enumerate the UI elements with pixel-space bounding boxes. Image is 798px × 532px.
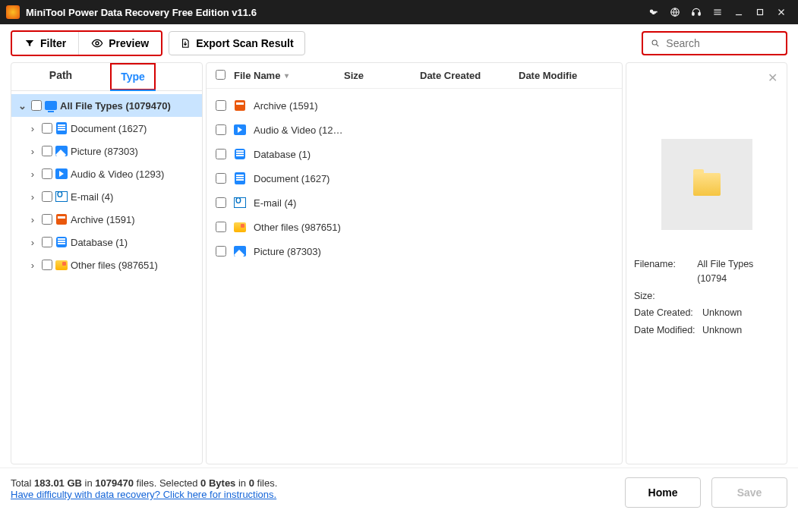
monitor-icon bbox=[45, 99, 57, 112]
chevron-right-icon[interactable]: › bbox=[27, 146, 39, 157]
search-box[interactable] bbox=[642, 31, 787, 55]
tree-checkbox[interactable] bbox=[42, 123, 52, 134]
save-button[interactable]: Save bbox=[711, 477, 787, 508]
tree-item[interactable]: ›Archive (1591) bbox=[11, 208, 202, 231]
col-created[interactable]: Date Created bbox=[420, 70, 519, 81]
list-item[interactable]: Picture (87303) bbox=[207, 239, 622, 263]
preview-button[interactable]: Preview bbox=[78, 32, 161, 55]
row-label: Other files (987651) bbox=[254, 222, 341, 233]
row-checkbox[interactable] bbox=[216, 124, 226, 135]
row-label: Archive (1591) bbox=[254, 100, 318, 112]
tree-checkbox[interactable] bbox=[42, 168, 52, 179]
tree-item[interactable]: ›Audio & Video (1293) bbox=[11, 162, 202, 185]
details-meta: Filename:All File Types (10794 Size: Dat… bbox=[634, 257, 779, 338]
pic-icon bbox=[234, 245, 246, 257]
av-icon bbox=[55, 168, 68, 180]
row-checkbox[interactable] bbox=[216, 197, 226, 208]
col-size[interactable]: Size bbox=[344, 70, 420, 81]
select-all-checkbox[interactable] bbox=[216, 70, 226, 80]
tree-item[interactable]: ›Other files (987651) bbox=[11, 253, 202, 276]
row-checkbox[interactable] bbox=[216, 222, 226, 232]
root-checkbox[interactable] bbox=[31, 100, 42, 111]
meta-filename-key: Filename: bbox=[634, 257, 697, 286]
tab-path[interactable]: Path bbox=[11, 63, 110, 90]
list-item[interactable]: Database (1) bbox=[207, 142, 622, 166]
toolbar: Filter Preview Export Scan Result bbox=[0, 24, 798, 62]
svg-rect-3 bbox=[758, 10, 763, 15]
tree-item[interactable]: ›Document (1627) bbox=[11, 117, 202, 140]
tree-item[interactable]: ›Database (1) bbox=[11, 231, 202, 253]
tree-item-label: E-mail (4) bbox=[71, 191, 113, 203]
tree-item[interactable]: ›Picture (87303) bbox=[11, 140, 202, 162]
chevron-right-icon[interactable]: › bbox=[27, 191, 39, 203]
tree-checkbox[interactable] bbox=[42, 237, 52, 247]
tree-checkbox[interactable] bbox=[42, 146, 52, 156]
col-filename[interactable]: File Name ▾ bbox=[234, 70, 344, 81]
doc-icon bbox=[55, 122, 68, 134]
tree-item-label: Database (1) bbox=[71, 237, 128, 248]
chevron-right-icon[interactable]: › bbox=[27, 123, 39, 134]
col-modified[interactable]: Date Modifie bbox=[519, 70, 579, 81]
av-icon bbox=[234, 124, 246, 136]
tree-item-label: Other files (987651) bbox=[71, 260, 158, 271]
mail-icon bbox=[55, 190, 68, 203]
row-label: Database (1) bbox=[254, 149, 311, 160]
menu-icon[interactable] bbox=[707, 2, 728, 23]
home-button[interactable]: Home bbox=[625, 477, 701, 508]
help-link[interactable]: Have difficulty with data recovery? Clic… bbox=[11, 489, 276, 500]
row-checkbox[interactable] bbox=[216, 246, 226, 257]
globe-icon[interactable] bbox=[664, 2, 686, 23]
arc-icon bbox=[55, 213, 68, 225]
headset-icon[interactable] bbox=[686, 2, 707, 23]
key-icon[interactable] bbox=[643, 2, 664, 23]
filter-preview-group: Filter Preview bbox=[11, 30, 162, 56]
filter-button[interactable]: Filter bbox=[12, 32, 78, 55]
folder-icon bbox=[693, 173, 721, 196]
svg-rect-1 bbox=[692, 13, 694, 15]
list-item[interactable]: Document (1627) bbox=[207, 166, 622, 190]
minimize-icon[interactable] bbox=[728, 2, 749, 23]
meta-filename-val: All File Types (10794 bbox=[697, 257, 779, 286]
chevron-right-icon[interactable]: › bbox=[27, 237, 39, 248]
arc-icon bbox=[234, 99, 246, 112]
tree-checkbox[interactable] bbox=[42, 191, 52, 202]
search-input[interactable] bbox=[666, 37, 778, 49]
close-icon[interactable] bbox=[771, 2, 792, 23]
left-panel: Path Type ⌄ All File Types (1079470) ›Do… bbox=[11, 62, 203, 464]
other-icon bbox=[55, 259, 68, 271]
chevron-down-icon[interactable]: ⌄ bbox=[16, 100, 28, 112]
search-icon bbox=[651, 38, 660, 49]
file-list-panel: File Name ▾ Size Date Created Date Modif… bbox=[206, 62, 623, 464]
details-close-icon[interactable]: ✕ bbox=[768, 71, 777, 85]
maximize-icon[interactable] bbox=[749, 2, 771, 23]
app-logo-icon bbox=[6, 5, 20, 19]
tree-root[interactable]: ⌄ All File Types (1079470) bbox=[11, 94, 202, 117]
tree-item-label: Archive (1591) bbox=[71, 214, 135, 225]
tab-type[interactable]: Type bbox=[110, 63, 156, 90]
meta-modified-val: Unknown bbox=[702, 323, 742, 338]
row-checkbox[interactable] bbox=[216, 100, 226, 111]
doc-icon bbox=[234, 172, 246, 184]
type-tree: ⌄ All File Types (1079470) ›Document (16… bbox=[11, 91, 202, 279]
row-label: Document (1627) bbox=[254, 173, 330, 184]
chevron-right-icon[interactable]: › bbox=[27, 168, 39, 180]
row-checkbox[interactable] bbox=[216, 173, 226, 184]
row-checkbox[interactable] bbox=[216, 149, 226, 159]
chevron-right-icon[interactable]: › bbox=[27, 214, 39, 225]
tree-item[interactable]: ›E-mail (4) bbox=[11, 185, 202, 208]
tree-checkbox[interactable] bbox=[42, 214, 52, 225]
chevron-right-icon[interactable]: › bbox=[27, 260, 39, 271]
eye-icon bbox=[91, 37, 103, 49]
tree-checkbox[interactable] bbox=[42, 260, 52, 270]
funnel-icon bbox=[24, 38, 35, 49]
preview-thumbnail bbox=[661, 139, 752, 230]
details-panel: ✕ Filename:All File Types (10794 Size: D… bbox=[626, 62, 787, 464]
app-title: MiniTool Power Data Recovery Free Editio… bbox=[26, 7, 643, 18]
list-item[interactable]: E-mail (4) bbox=[207, 190, 622, 215]
mail-icon bbox=[234, 197, 246, 209]
meta-created-val: Unknown bbox=[702, 306, 742, 320]
list-item[interactable]: Archive (1591) bbox=[207, 93, 622, 118]
list-item[interactable]: Other files (987651) bbox=[207, 215, 622, 239]
export-button[interactable]: Export Scan Result bbox=[169, 31, 304, 55]
list-item[interactable]: Audio & Video (12… bbox=[207, 118, 622, 142]
